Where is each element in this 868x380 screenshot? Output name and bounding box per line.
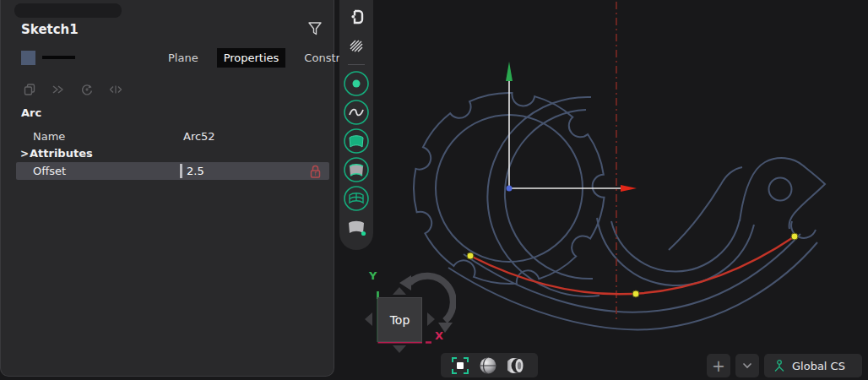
name-value[interactable]: Arc52 (183, 130, 215, 143)
offset-property-row[interactable]: Offset 2.5 f (16, 162, 329, 180)
text-cursor (180, 164, 182, 178)
sphere-view-icon[interactable] (479, 356, 497, 375)
add-cs-button[interactable]: + (707, 354, 730, 377)
arc-point-group (467, 233, 798, 297)
nav-x-axis-label: X (435, 329, 443, 342)
origin-point[interactable] (507, 186, 513, 192)
line-style-swatch[interactable] (42, 56, 75, 59)
surface-result-icon[interactable] (342, 213, 371, 242)
copy-icon[interactable] (23, 83, 36, 96)
offset-label: Offset (33, 165, 66, 177)
rotate-ccw-icon[interactable] (80, 83, 94, 96)
name-label: Name (33, 130, 65, 143)
filter-funnel-icon[interactable] (307, 21, 323, 36)
y-axis-arrowhead (506, 62, 513, 81)
attributes-label: Attributes (30, 147, 93, 160)
properties-panel: Sketch1 Plane Properties Constraints (0, 0, 334, 377)
sketch-tool-rail (339, 0, 373, 250)
step-up-arrow[interactable] (393, 287, 406, 295)
tab-properties[interactable]: Properties (217, 48, 286, 68)
panel-drag-handle[interactable] (14, 3, 122, 18)
step-left-arrow[interactable] (365, 312, 372, 326)
arc-mid-point[interactable] (632, 290, 639, 297)
chevron-down-icon (742, 362, 752, 369)
x-axis-arrowhead (621, 185, 637, 192)
offset-value-input[interactable]: 2.5 (187, 165, 204, 177)
svg-text:f: f (314, 171, 317, 177)
name-property-row[interactable]: Name Arc52 (1, 128, 335, 145)
box-select-icon[interactable] (451, 356, 469, 375)
surface-grid-tool-icon[interactable] (342, 184, 371, 213)
entity-toolbar (23, 83, 122, 96)
cad-application-window: Top Y X Sketch1 Plane Properties Constra… (0, 0, 868, 380)
view-navigator[interactable]: Top Y X (359, 269, 456, 363)
point-tool-icon[interactable] (342, 69, 371, 98)
revolve-view-icon[interactable] (507, 356, 528, 375)
section-title-arc: Arc (21, 106, 41, 119)
arc-end-point[interactable] (791, 233, 798, 240)
offset-circle-1[interactable] (505, 110, 593, 279)
view-cube-label: Top (390, 313, 410, 327)
cs-label: Global CS (792, 360, 845, 372)
head-outline[interactable] (740, 158, 825, 229)
surface-fill-tool-icon[interactable] (342, 127, 371, 155)
chin-arc-outer[interactable] (597, 218, 754, 285)
chin-arc-inner[interactable] (611, 220, 740, 271)
rotate-arrow-head-a (399, 275, 411, 290)
attributes-group-row[interactable]: > Attributes (1, 146, 335, 162)
lock-icon[interactable]: f (310, 165, 321, 178)
arc-start-point[interactable] (467, 252, 474, 259)
surface-offset-tool-icon[interactable] (342, 155, 371, 184)
step-down-arrow[interactable] (393, 345, 406, 353)
cheek-line[interactable] (669, 167, 742, 250)
plus-icon: + (712, 356, 725, 375)
code-icon[interactable] (109, 83, 122, 96)
panel-title: Sketch1 (21, 22, 79, 37)
global-cs-selector[interactable]: Global CS (764, 354, 862, 377)
fast-forward-icon[interactable] (52, 83, 65, 96)
exit-sketch-icon[interactable] (342, 3, 371, 31)
tab-plane[interactable]: Plane (161, 48, 205, 68)
step-right-arrow[interactable] (427, 312, 435, 326)
spline-tool-icon[interactable] (342, 98, 371, 127)
view-cube-top-face[interactable]: Top (377, 297, 422, 342)
hatch-fill-icon[interactable] (342, 32, 371, 61)
display-mode-toolbar (441, 353, 538, 377)
cs-expand-button[interactable] (735, 354, 759, 377)
coordinate-system-icon (773, 359, 786, 373)
rail-divider (348, 64, 365, 65)
eye-hole-circle[interactable] (769, 178, 792, 201)
chevron-right-icon[interactable]: > (20, 148, 29, 160)
sketch-color-swatch[interactable] (21, 51, 35, 65)
nav-y-axis-label: Y (369, 269, 377, 282)
